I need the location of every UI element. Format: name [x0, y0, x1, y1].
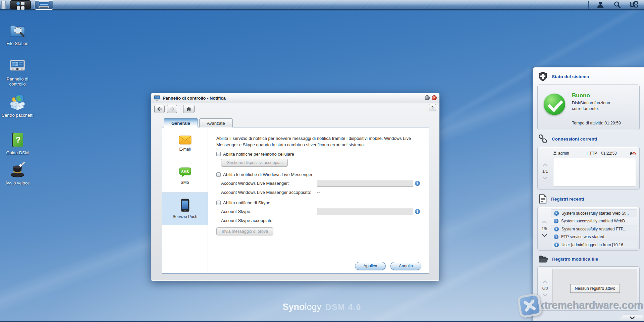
log-document-icon [538, 194, 547, 204]
desktop-icon-package-center[interactable]: Centro pacchetti [0, 93, 35, 118]
forward-button[interactable] [167, 105, 177, 113]
skype-notifications-checkbox[interactable] [216, 201, 221, 205]
desktop-icon-control-panel[interactable]: Pannello di controllo [0, 57, 35, 87]
widget-title: Registri recenti [551, 197, 584, 202]
close-icon: ✕ [433, 96, 436, 99]
pager-up-icon[interactable] [543, 163, 547, 166]
system-status-box: Buono DiskStation funziona correttamente… [537, 85, 640, 130]
uptime-text: Tempo di attività: 01:29:59 [572, 121, 621, 125]
main-menu-button[interactable] [10, 0, 31, 9]
connections-pager: 1/1 [538, 156, 552, 187]
desktop-icon-quick-start[interactable]: Avvio veloce [0, 161, 35, 185]
pilot-view-icon[interactable] [630, 1, 638, 9]
recent-logs-box: 1/5 iSystem successfully started Web St.… [537, 207, 640, 251]
show-desktop-button[interactable] [1, 1, 6, 9]
home-button[interactable] [183, 105, 195, 113]
file-log-empty-area: Nessun registro attivo [552, 269, 637, 308]
search-icon[interactable] [613, 1, 621, 9]
home-icon [186, 107, 192, 111]
connections-header: Connessioni correnti [533, 130, 644, 146]
pager-down-icon[interactable] [543, 177, 547, 179]
close-button[interactable]: ✕ [432, 95, 437, 100]
notification-form: Abilita il servizio di notifica per rice… [208, 127, 429, 273]
widget-title: Stato del sistema [552, 74, 589, 79]
log-row[interactable]: iSystem successfully started Web St... [551, 209, 637, 217]
shield-icon [538, 72, 547, 81]
file-station-icon [8, 21, 26, 40]
svg-text:SMS: SMS [181, 170, 189, 174]
control-panel-icon [8, 57, 26, 75]
phone-notifications-checkbox[interactable] [216, 152, 221, 156]
pager-down-icon[interactable] [543, 294, 547, 297]
log-row[interactable]: iSystem successfully enabled WebD... [551, 217, 637, 225]
desktop-icon-file-station[interactable]: File Station [0, 21, 35, 46]
connection-protocol: HTTP [587, 151, 597, 156]
sidebar-item-label: SMS [180, 180, 189, 185]
taskbar-window-button-control-panel[interactable] [35, 0, 53, 10]
widget-title: Registro modifica file [552, 257, 598, 262]
logo-text-bold: Syno [283, 302, 305, 312]
sidebar-item-label: E-mail [179, 147, 191, 152]
connection-duration: 01:22:53 [601, 151, 617, 156]
category-sidebar: E-mail SMS SMS Servizio Push [162, 127, 208, 273]
send-test-message-button[interactable]: Invia messaggio di prova [216, 227, 273, 235]
sidebar-item-sms[interactable]: SMS SMS [162, 160, 208, 193]
wlm-account-input[interactable] [317, 180, 413, 187]
logo-text-light: logy [305, 302, 322, 312]
disconnect-icon[interactable] [629, 151, 636, 156]
panel-collapse-button[interactable] [617, 315, 643, 321]
cancel-button[interactable]: Annulla [390, 262, 421, 270]
checkbox-row-skype: Abilita notifiche di Skype [216, 200, 420, 205]
back-button[interactable] [154, 105, 165, 113]
sidebar-item-email[interactable]: E-mail [162, 127, 208, 160]
taskbar [0, 0, 644, 10]
user-small-icon [553, 151, 557, 155]
widget-title: Connessioni correnti [552, 137, 597, 142]
pager-up-icon[interactable] [543, 280, 547, 283]
desktop-icon-dsm-help[interactable]: ? Guida DSM [0, 131, 35, 155]
system-status-header: Stato del sistema [533, 67, 644, 84]
sidebar-item-label: Servizio Push [173, 214, 197, 219]
email-icon [179, 136, 192, 145]
paired-account-value: -- [317, 217, 320, 223]
field-label: Account Windows Live Messenger: [221, 180, 317, 186]
info-icon[interactable]: i [415, 181, 420, 186]
help-button[interactable]: ? [429, 104, 436, 111]
window-title: Pannello di controllo - Notifica [163, 96, 226, 101]
manage-paired-devices-button[interactable]: Gestione dispositivi accoppiati [221, 159, 288, 167]
dsm-version-text: DSM 4.0 [325, 303, 361, 312]
field-label: Account Skype accoppiato: [221, 217, 317, 224]
chevron-down-icon [630, 316, 635, 319]
pager-down-icon[interactable] [542, 234, 547, 237]
window-toolbar: ? [151, 103, 439, 115]
info-icon[interactable]: i [415, 209, 420, 214]
no-active-log-label: Nessun registro attivo [570, 284, 620, 293]
window-title-icon [154, 95, 160, 101]
tab-content: E-mail SMS SMS Servizio Push [162, 127, 429, 274]
apply-button[interactable]: Applica [355, 262, 386, 270]
pager-label: 0/0 [542, 286, 548, 291]
checkbox-label: Abilita notifiche per telefono cellulare [223, 152, 294, 157]
log-row[interactable]: iFTP service was started. [551, 233, 637, 241]
forward-arrow-icon [169, 107, 175, 111]
info-icon: i [554, 243, 559, 247]
minimize-button[interactable] [425, 95, 430, 100]
sms-icon: SMS [179, 167, 192, 178]
pager-up-icon[interactable] [542, 221, 547, 223]
info-icon: i [554, 234, 558, 239]
wlm-paired-row: Account Windows Live Messenger accoppiat… [221, 189, 420, 196]
skype-account-row: Account Skype: i [221, 208, 420, 215]
status-message: DiskStation funziona correttamente. [572, 100, 632, 112]
desktop-icon-label: Guida DSM [0, 150, 35, 155]
log-row[interactable]: iSystem successfully restarted FTP... [551, 225, 637, 233]
tab-avanzate[interactable]: Avanzate [199, 118, 233, 127]
desktop-icon-label: Centro pacchetti [0, 113, 35, 118]
window-titlebar[interactable]: Pannello di controllo - Notifica ✕ [151, 93, 439, 103]
log-row[interactable]: iUser [admin] logged in from [10.16... [551, 241, 637, 249]
wlm-notifications-checkbox[interactable] [216, 172, 221, 177]
user-icon[interactable] [596, 1, 604, 9]
tab-generale[interactable]: Generale [164, 118, 198, 127]
skype-account-input[interactable] [317, 208, 413, 215]
dsm-help-icon: ? [8, 131, 26, 149]
sidebar-item-push-service[interactable]: Servizio Push [162, 193, 208, 225]
